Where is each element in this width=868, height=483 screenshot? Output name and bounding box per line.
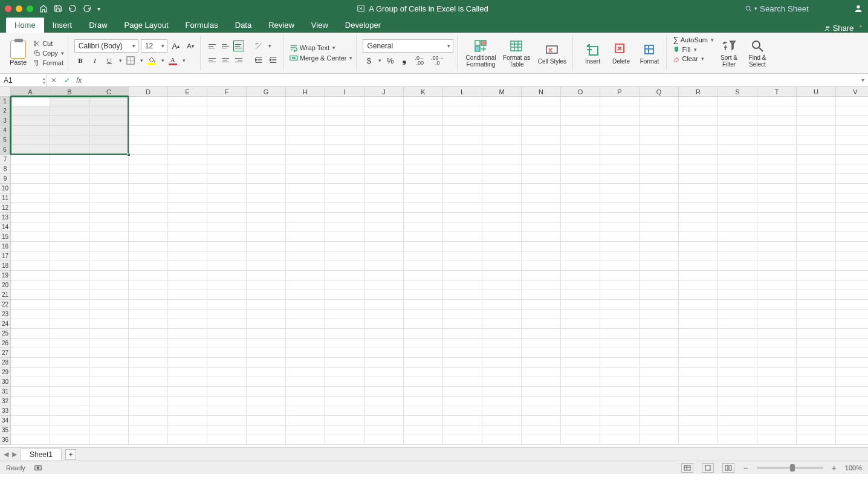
cell[interactable] xyxy=(325,280,364,290)
formula-input[interactable] xyxy=(82,74,857,86)
cell[interactable] xyxy=(522,193,561,203)
cell[interactable] xyxy=(482,329,522,339)
clear-button[interactable]: Clear▾ xyxy=(673,55,714,62)
border-button[interactable] xyxy=(125,54,137,66)
cell[interactable] xyxy=(757,416,797,426)
cell[interactable] xyxy=(404,184,443,193)
cell[interactable] xyxy=(89,126,129,135)
cell[interactable] xyxy=(640,387,679,397)
cell[interactable] xyxy=(522,387,561,397)
column-header[interactable]: I xyxy=(325,87,364,97)
cell[interactable] xyxy=(89,174,129,184)
cell[interactable] xyxy=(247,145,286,155)
cell[interactable] xyxy=(89,339,129,348)
cell[interactable] xyxy=(89,406,129,416)
number-format-select[interactable]: General xyxy=(363,39,453,53)
cell[interactable] xyxy=(757,426,797,435)
cell[interactable] xyxy=(286,348,325,358)
ribbon-tab-view[interactable]: View xyxy=(303,18,337,33)
cell[interactable] xyxy=(561,310,600,319)
cell[interactable] xyxy=(797,203,836,213)
cell[interactable] xyxy=(797,339,836,348)
cell[interactable] xyxy=(247,222,286,232)
cell[interactable] xyxy=(679,310,718,319)
cell[interactable] xyxy=(325,174,364,184)
cell[interactable] xyxy=(600,135,640,145)
cell[interactable] xyxy=(797,271,836,280)
cell[interactable] xyxy=(11,435,50,445)
row-header[interactable]: 12 xyxy=(0,203,11,213)
cell[interactable] xyxy=(168,416,207,426)
cell[interactable] xyxy=(679,300,718,310)
cell[interactable] xyxy=(89,435,129,445)
cell[interactable] xyxy=(129,251,168,261)
row-header[interactable]: 3 xyxy=(0,116,11,126)
cell[interactable] xyxy=(247,261,286,271)
italic-button[interactable]: I xyxy=(89,54,101,66)
cell[interactable] xyxy=(286,97,325,106)
cell[interactable] xyxy=(207,232,247,242)
cell[interactable] xyxy=(679,368,718,377)
cell[interactable] xyxy=(207,193,247,203)
align-bottom-button[interactable] xyxy=(233,41,244,51)
row-header[interactable]: 17 xyxy=(0,251,11,261)
cell[interactable] xyxy=(797,416,836,426)
cell[interactable] xyxy=(129,319,168,329)
cell[interactable] xyxy=(89,164,129,174)
cell[interactable] xyxy=(600,416,640,426)
cell[interactable] xyxy=(640,174,679,184)
cell[interactable] xyxy=(600,261,640,271)
cell[interactable] xyxy=(797,329,836,339)
cell[interactable] xyxy=(364,193,404,203)
cell[interactable] xyxy=(836,280,868,290)
cell[interactable] xyxy=(11,135,50,145)
row-header[interactable]: 16 xyxy=(0,242,11,251)
cell[interactable] xyxy=(443,145,482,155)
cell[interactable] xyxy=(482,368,522,377)
cell[interactable] xyxy=(50,203,89,213)
cell[interactable] xyxy=(89,397,129,406)
cell[interactable] xyxy=(757,261,797,271)
page-layout-view-button[interactable] xyxy=(702,463,714,473)
cell[interactable] xyxy=(325,232,364,242)
cell[interactable] xyxy=(600,251,640,261)
cell[interactable] xyxy=(797,184,836,193)
row-header[interactable]: 13 xyxy=(0,213,11,222)
row-header[interactable]: 6 xyxy=(0,145,11,155)
cell[interactable] xyxy=(482,397,522,406)
row-header[interactable]: 27 xyxy=(0,348,11,358)
ribbon-tab-data[interactable]: Data xyxy=(227,18,260,33)
cell[interactable] xyxy=(522,155,561,164)
cell[interactable] xyxy=(836,435,868,445)
cell[interactable] xyxy=(836,348,868,358)
cell[interactable] xyxy=(522,116,561,126)
cell[interactable] xyxy=(797,280,836,290)
cell[interactable] xyxy=(11,300,50,310)
cell[interactable] xyxy=(129,348,168,358)
cell[interactable] xyxy=(168,300,207,310)
cell[interactable] xyxy=(129,397,168,406)
cell[interactable] xyxy=(757,290,797,300)
cell[interactable] xyxy=(600,406,640,416)
cell[interactable] xyxy=(404,251,443,261)
column-header[interactable]: F xyxy=(207,87,247,97)
cell[interactable] xyxy=(482,193,522,203)
cell[interactable] xyxy=(561,116,600,126)
cell[interactable] xyxy=(325,97,364,106)
add-sheet-button[interactable]: + xyxy=(65,449,76,460)
cell[interactable] xyxy=(561,145,600,155)
cell[interactable] xyxy=(443,203,482,213)
cell[interactable] xyxy=(522,232,561,242)
cell[interactable] xyxy=(797,348,836,358)
cell[interactable] xyxy=(404,126,443,135)
cell[interactable] xyxy=(247,406,286,416)
cell[interactable] xyxy=(600,426,640,435)
cell[interactable] xyxy=(718,329,757,339)
cell[interactable] xyxy=(522,242,561,251)
cell[interactable] xyxy=(50,377,89,387)
cell[interactable] xyxy=(404,397,443,406)
cell[interactable] xyxy=(640,222,679,232)
cell[interactable] xyxy=(50,222,89,232)
close-window-button[interactable] xyxy=(5,5,11,12)
cell[interactable] xyxy=(640,184,679,193)
